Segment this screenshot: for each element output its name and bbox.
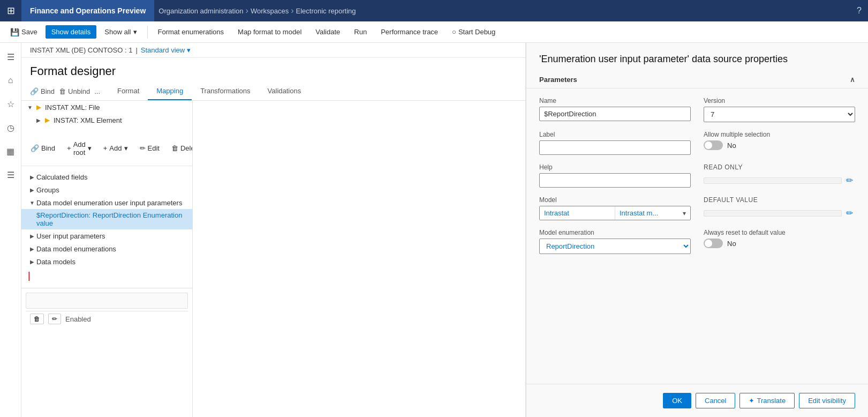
delete-formula-button[interactable]: 🗑 — [30, 314, 44, 324]
bottom-area: 🗑 ✏ Enabled — [21, 288, 192, 331]
start-debug-button[interactable]: ○ Start Debug — [446, 25, 501, 39]
edit-visibility-button[interactable]: Edit visibility — [799, 393, 855, 408]
grid-menu-icon[interactable]: ⊞ — [0, 0, 21, 21]
help-icon[interactable]: ? — [857, 6, 862, 16]
version-select[interactable]: 7 — [704, 107, 855, 122]
tree-node-file[interactable]: ▼ ▶ INSTAT XML: File — [21, 101, 192, 114]
readonly-edit-icon[interactable]: ✏ — [844, 173, 855, 188]
always-reset-knob — [705, 240, 712, 247]
more-link[interactable]: ... — [94, 87, 100, 95]
red-cursor-indicator: | — [21, 268, 192, 284]
edit-formula-button[interactable]: ✏ — [48, 314, 61, 324]
ds-node-enum-params[interactable]: ▼ Data model enumeration user input para… — [21, 196, 192, 209]
sidebar-icons: ☰ ⌂ ☆ ◷ ▦ ☰ — [0, 43, 21, 417]
tree-tab-actions: 🔗 Bind 🗑 Unbind ... — [30, 87, 100, 95]
ds-node-data-models[interactable]: ▶ Data models — [21, 255, 192, 268]
ds-node-model-enums[interactable]: ▶ Data model enumerations — [21, 242, 192, 255]
tab-mapping[interactable]: Mapping — [148, 83, 192, 100]
name-field: Name — [539, 97, 691, 121]
ok-button[interactable]: OK — [663, 393, 691, 408]
chevron-down-icon: ▾ — [133, 28, 137, 36]
cancel-button[interactable]: Cancel — [696, 393, 735, 408]
validate-button[interactable]: Validate — [310, 25, 346, 39]
chevron-add: ▾ — [124, 144, 128, 152]
sidebar-clock-icon[interactable]: ◷ — [1, 118, 20, 137]
unbind-link[interactable]: 🗑 Unbind — [59, 87, 90, 95]
default-value-edit-icon[interactable]: ✏ — [844, 206, 855, 220]
sidebar-star-icon[interactable]: ☆ — [1, 94, 20, 114]
parameters-section-header: Parameters ∧ — [526, 71, 868, 88]
sidebar-home-icon[interactable]: ⌂ — [1, 71, 20, 90]
sidebar-grid-icon[interactable]: ▦ — [1, 142, 20, 161]
help-input[interactable] — [539, 173, 691, 188]
performance-trace-button[interactable]: Performance trace — [375, 25, 444, 39]
tree-node-element[interactable]: ▶ ▶ INSTAT: XML Element — [21, 114, 192, 126]
ds-add-button[interactable]: + Add ▾ — [99, 142, 133, 154]
ds-edit-button[interactable]: ✏ Edit — [135, 142, 164, 154]
expand-arrow-model-enum: ▶ — [28, 244, 36, 253]
ds-node-user-input[interactable]: ▶ User input parameters — [21, 229, 192, 242]
map-format-to-model-button[interactable]: Map format to model — [232, 25, 307, 39]
run-button[interactable]: Run — [348, 25, 373, 39]
sidebar-list-icon[interactable]: ☰ — [1, 165, 20, 184]
sidebar-menu-icon[interactable]: ☰ — [1, 47, 20, 66]
right-panel-content: Name Version 7 Label Allow multiple se — [526, 88, 868, 263]
model-left-part: Intrastat — [540, 206, 615, 220]
ds-delete-button[interactable]: 🗑 Delete — [167, 142, 193, 154]
label-allowmulti-row: Label Allow multiple selection No — [539, 131, 855, 155]
formula-textarea[interactable] — [26, 293, 188, 309]
translate-icon: ✦ — [749, 397, 754, 405]
model-select-row[interactable]: Intrastat Intrastat m... ▾ — [539, 206, 691, 220]
sep-toolbar-1 — [147, 26, 148, 39]
help-readonly-row: Help READ ONLY ✏ — [539, 163, 855, 188]
save-button[interactable]: 💾 Save — [4, 25, 43, 39]
sep-1: › — [246, 6, 248, 16]
sep-2: › — [291, 6, 293, 16]
tab-transformations[interactable]: Transformations — [192, 83, 259, 100]
parameters-collapse-icon[interactable]: ∧ — [850, 76, 855, 84]
ds-node-calculated-fields[interactable]: ▶ Calculated fields — [21, 170, 192, 183]
debug-icon: ○ — [452, 28, 456, 36]
view-selector[interactable]: Standard view ▾ — [141, 46, 191, 54]
model-chevron-icon: ▾ — [683, 210, 686, 217]
model-enum-reset-row: Model enumeration ReportDirection Always… — [539, 229, 855, 254]
readonly-field-with-btn: ✏ — [704, 173, 855, 188]
help-label: Help — [539, 163, 691, 171]
model-enumeration-select[interactable]: ReportDirection — [539, 239, 691, 254]
show-all-button[interactable]: Show all ▾ — [99, 25, 142, 39]
expand-icon-file: ▼ — [26, 103, 34, 111]
link-icon-small: 🔗 — [31, 144, 39, 152]
default-value-field: DEFAULT VALUE ✏ — [704, 196, 855, 220]
ds-add-root-button[interactable]: + Add root ▾ — [62, 138, 96, 159]
ds-node-groups[interactable]: ▶ Groups — [21, 183, 192, 196]
show-details-button[interactable]: Show details — [46, 25, 97, 39]
default-value-input — [704, 210, 842, 217]
mapping-toolbar: 🔗 Bind + Add root ▾ + Add ▾ ✏ — [21, 131, 192, 166]
breadcrumb-org[interactable]: Organization administration — [158, 7, 243, 15]
ds-bind-button[interactable]: 🔗 Bind — [26, 142, 60, 154]
default-value-label: DEFAULT VALUE — [704, 196, 855, 204]
bind-link[interactable]: 🔗 Bind — [30, 87, 55, 95]
name-label: Name — [539, 97, 691, 105]
format-enumerations-button[interactable]: Format enumerations — [152, 25, 230, 39]
allow-multiple-toggle[interactable] — [704, 140, 723, 150]
ds-node-report-direction[interactable]: $ReportDirection: ReportDirection Enumer… — [21, 209, 192, 229]
expand-arrow-user: ▶ — [28, 232, 36, 240]
allow-multiple-label: Allow multiple selection — [704, 131, 855, 138]
label-input[interactable] — [539, 140, 691, 155]
label-field: Label — [539, 131, 691, 155]
expand-arrow-calc: ▶ — [28, 173, 36, 181]
always-reset-toggle[interactable] — [704, 239, 723, 248]
translate-button[interactable]: ✦ Translate — [739, 393, 795, 408]
content-panel: INSTAT XML (DE) CONTOSO : 1 | Standard v… — [21, 43, 525, 417]
name-input[interactable] — [539, 107, 691, 121]
tab-format[interactable]: Format — [109, 83, 148, 100]
bottom-status-bar: 🗑 ✏ Enabled — [26, 311, 188, 326]
always-reset-field: Always reset to default value No — [704, 229, 855, 248]
tab-validations[interactable]: Validations — [259, 83, 310, 100]
default-value-field-with-btn: ✏ — [704, 206, 855, 220]
breadcrumb-electronic-reporting[interactable]: Electronic reporting — [296, 7, 356, 15]
link-icon: 🔗 — [30, 87, 39, 95]
allow-multiple-toggle-row: No — [704, 140, 855, 150]
breadcrumb-workspaces[interactable]: Workspaces — [251, 7, 289, 15]
